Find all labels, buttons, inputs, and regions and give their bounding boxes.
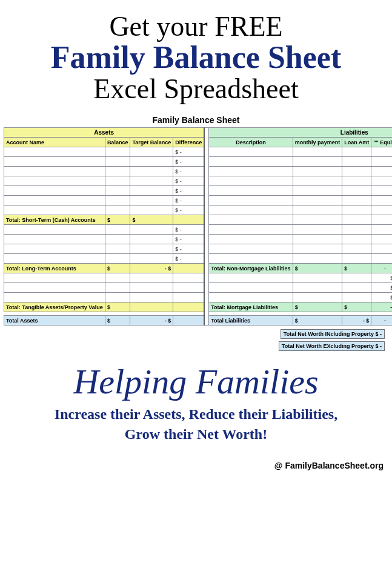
header-line1: Get your FREE (6, 12, 386, 41)
col-diff: Difference (173, 138, 205, 147)
header: Get your FREE Family Balance Sheet Excel… (0, 0, 392, 113)
liabilities-header: Liabilities (209, 128, 392, 138)
col-desc: Description (209, 138, 293, 147)
footer-line1: Increase their Assets, Reduce their Liab… (7, 404, 385, 424)
balance-table: Assets Liabilities Account Name Balance … (4, 127, 392, 326)
col-equity: "" Equity (371, 138, 392, 147)
footer-line2: Grow their Net Worth! (7, 424, 385, 444)
col-target: Target Balance (130, 138, 173, 147)
spreadsheet: Family Balance Sheet Assets Liabilities … (0, 113, 392, 351)
networth-box: Total Net Worth INcluding Property $ - T… (4, 329, 385, 351)
row-total-liab: Total Liabilities (209, 316, 293, 326)
row-tangible: Total: Tangible Assets/Property Value (4, 302, 105, 312)
col-loan: Loan Amt (342, 138, 371, 147)
row-nonmortgage: Total: Non-Mortgage Liabilities (209, 264, 293, 273)
row-shortterm: Total: Short-Term (Cash) Accounts (4, 215, 105, 225)
footer: Helping Families Increase their Assets, … (0, 351, 392, 449)
networth-including: Total Net Worth INcluding Property $ - (281, 329, 385, 339)
row-mortgage: Total: Mortgage Liabilities (209, 302, 293, 312)
col-balance: Balance (105, 138, 130, 147)
networth-excluding: Total Net Worth EXcluding Property $ - (279, 341, 385, 351)
row-total-assets: Total Assets (4, 316, 105, 326)
col-account: Account Name (4, 138, 105, 147)
footer-script: Helping Families (7, 364, 385, 399)
sheet-title: Family Balance Sheet (4, 113, 388, 127)
header-line3: Excel Spreadsheet (6, 75, 386, 104)
credit: @ FamilyBalanceSheet.org (0, 449, 392, 470)
col-monthly: monthly payment (293, 138, 342, 147)
header-line2: Family Balance Sheet (6, 41, 386, 75)
row-longterm: Total: Long-Term Accounts (4, 264, 105, 273)
assets-header: Assets (4, 128, 205, 138)
